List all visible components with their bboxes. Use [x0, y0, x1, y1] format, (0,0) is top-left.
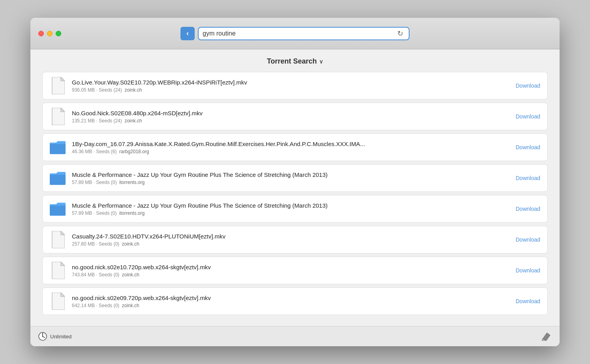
item-name: Muscle & Performance - Jazz Up Your Gym … [72, 171, 427, 178]
status-icon [38, 332, 47, 341]
item-source: zoink.ch [122, 241, 139, 247]
download-button[interactable]: Download [516, 83, 540, 89]
file-icon [50, 293, 66, 309]
folder-icon [50, 201, 66, 217]
content-area: Torrent Search ∨ Go.Live.Your.Way.S02E10… [30, 49, 560, 326]
folder-icon [50, 139, 66, 155]
list-item: Muscle & Performance - Jazz Up Your Gym … [42, 164, 548, 192]
item-source: zoink.ch [122, 272, 139, 278]
item-name: no.good.nick.s02e09.720p.web.x264-skgtv[… [72, 295, 427, 301]
item-info: Casualty.24-7.S02E10.HDTV.x264-PLUTONiUM… [72, 233, 509, 247]
item-source: zoink.ch [124, 118, 142, 124]
eraser-icon[interactable] [541, 330, 552, 342]
list-item: Muscle & Performance - Jazz Up Your Gym … [42, 195, 548, 223]
toolbar: ‹ ↻ [180, 27, 410, 40]
section-title: Torrent Search ∨ [42, 57, 548, 66]
svg-point-1 [42, 336, 43, 337]
list-item: Casualty.24-7.S02E10.HDTV.x264-PLUTONiUM… [42, 226, 548, 253]
minimize-button[interactable] [47, 31, 53, 36]
main-window: ‹ ↻ Torrent Search ∨ Go.Li [30, 18, 560, 346]
folder-icon [50, 170, 66, 186]
item-source: zoink.ch [124, 87, 142, 93]
item-meta: 743.84 MB · Seeds (0) zoink.ch [72, 272, 509, 278]
item-name: Casualty.24-7.S02E10.HDTV.x264-PLUTONiUM… [72, 233, 427, 240]
item-info: No.Good.Nick.S02E08.480p.x264-mSD[eztv].… [72, 110, 509, 124]
statusbar: Unlimited [30, 326, 560, 346]
item-name: No.Good.Nick.S02E08.480p.x264-mSD[eztv].… [72, 110, 427, 116]
item-name: Muscle & Performance - Jazz Up Your Gym … [72, 202, 427, 209]
item-meta: 57.89 MB · Seeds (0) itorrents.org [72, 210, 509, 216]
file-icon [50, 109, 66, 124]
maximize-button[interactable] [56, 31, 61, 36]
download-button[interactable]: Download [516, 175, 540, 181]
status-left: Unlimited [38, 332, 71, 341]
item-meta: 135.21 MB · Seeds (24) zoink.ch [72, 118, 509, 124]
item-source: itorrents.org [119, 210, 145, 216]
list-item: Go.Live.Your.Way.S02E10.720p.WEBRip.x264… [42, 72, 548, 99]
download-button[interactable]: Download [516, 236, 540, 243]
item-info: Muscle & Performance - Jazz Up Your Gym … [72, 171, 509, 185]
file-icon [50, 78, 66, 94]
item-name: no.good.nick.s02e10.720p.web.x264-skgtv[… [72, 264, 427, 270]
list-item: No.Good.Nick.S02E08.480p.x264-mSD[eztv].… [42, 103, 548, 130]
item-info: Muscle & Performance - Jazz Up Your Gym … [72, 202, 509, 216]
file-icon [50, 263, 66, 278]
search-bar: ↻ [198, 27, 410, 40]
list-item: 1By-Day.com_16.07.29.Anissa.Kate.X.Rated… [42, 133, 548, 161]
item-meta: 257.80 MB · Seeds (0) zoink.ch [72, 241, 509, 247]
close-button[interactable] [38, 31, 44, 36]
item-meta: 642.14 MB · Seeds (0) zoink.ch [72, 303, 509, 308]
item-source: zoink.ch [122, 303, 139, 308]
status-label: Unlimited [50, 334, 71, 340]
item-name: Go.Live.Your.Way.S02E10.720p.WEBRip.x264… [72, 79, 427, 86]
section-chevron[interactable]: ∨ [319, 58, 323, 65]
download-button[interactable]: Download [516, 206, 540, 212]
download-button[interactable]: Download [516, 113, 540, 120]
search-input[interactable] [203, 30, 396, 37]
item-info: 1By-Day.com_16.07.29.Anissa.Kate.X.Rated… [72, 141, 509, 154]
item-info: Go.Live.Your.Way.S02E10.720p.WEBRip.x264… [72, 79, 509, 93]
back-button[interactable]: ‹ [180, 27, 195, 40]
file-icon [50, 232, 66, 248]
item-meta: 57.89 MB · Seeds (0) itorrents.org [72, 180, 509, 185]
traffic-lights [38, 31, 61, 36]
item-name: 1By-Day.com_16.07.29.Anissa.Kate.X.Rated… [72, 141, 427, 147]
item-info: no.good.nick.s02e10.720p.web.x264-skgtv[… [72, 264, 509, 278]
download-button[interactable]: Download [516, 267, 540, 274]
item-meta: 936.05 MB · Seeds (24) zoink.ch [72, 87, 509, 93]
section-title-text: Torrent Search [267, 57, 317, 66]
list-item: no.good.nick.s02e10.720p.web.x264-skgtv[… [42, 257, 548, 284]
list-item: no.good.nick.s02e09.720p.web.x264-skgtv[… [42, 287, 548, 315]
item-info: no.good.nick.s02e09.720p.web.x264-skgtv[… [72, 295, 509, 308]
item-source: itorrents.org [119, 180, 145, 185]
item-source: rarbg2018.org [119, 149, 149, 154]
download-button[interactable]: Download [516, 144, 540, 150]
download-button[interactable]: Download [516, 298, 540, 304]
item-meta: 46.36 MB · Seeds (6) rarbg2018.org [72, 149, 509, 154]
titlebar: ‹ ↻ [30, 18, 560, 49]
results-list: Go.Live.Your.Way.S02E10.720p.WEBRip.x264… [42, 72, 548, 318]
reload-button[interactable]: ↻ [396, 28, 405, 39]
